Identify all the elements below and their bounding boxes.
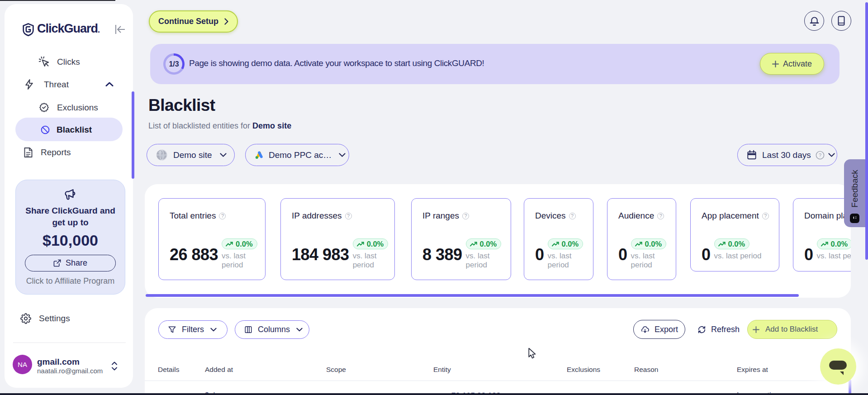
svg-text:?: ?: [819, 152, 821, 158]
